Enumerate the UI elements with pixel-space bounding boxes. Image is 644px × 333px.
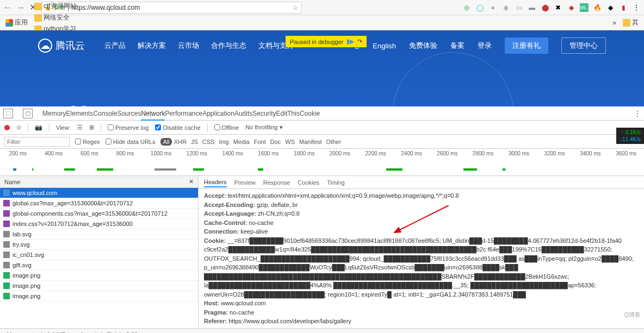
- other-bookmarks[interactable]: 其: [621, 17, 641, 28]
- menu-icon[interactable]: ⋮: [632, 3, 641, 12]
- site-nav-item[interactable]: 云市场: [178, 41, 199, 49]
- bookmark-item[interactable]: ctf资源网站: [32, 1, 91, 12]
- detail-tab-headers[interactable]: Headers: [204, 178, 227, 187]
- close-details-icon[interactable]: ✕: [189, 178, 194, 185]
- devtools-tab-performance[interactable]: Performance: [165, 108, 202, 120]
- ext-icon[interactable]: ✖: [554, 3, 562, 12]
- nav-english[interactable]: English: [373, 42, 396, 50]
- ext-icon[interactable]: 🔥: [593, 3, 602, 12]
- network-panel: Name✕ www.qcloud.comglobal.css?max_age=3…: [0, 176, 644, 328]
- devtools-tab-console[interactable]: Console: [93, 108, 117, 120]
- filter-type-other[interactable]: Other: [324, 138, 344, 146]
- speed-indicator: ↑ 0.1K/s↓11.4K/s: [616, 128, 644, 144]
- request-row[interactable]: ic_cn01.svg: [0, 250, 198, 260]
- request-row[interactable]: global.css?max_age=31536000&t=20170712: [0, 198, 198, 209]
- site-nav-item[interactable]: 解决方案: [138, 41, 166, 49]
- bookmark-item[interactable]: 网络安全: [32, 12, 91, 23]
- bookmarks-bar: 应用 src漏洞挖掘信息收集牛人博客一些常用网站ctf资源网站网络安全pytho…: [0, 15, 644, 30]
- request-row[interactable]: lab.svg: [0, 229, 198, 240]
- filter-type-css[interactable]: CSS: [200, 138, 217, 146]
- capture-icon[interactable]: 📷: [35, 124, 42, 131]
- timeline[interactable]: 200 ms400 ms600 ms800 ms1000 ms1200 ms14…: [0, 149, 644, 176]
- view-list-icon[interactable]: ☰: [77, 124, 83, 131]
- watermark: Q博客: [624, 311, 641, 319]
- regex-checkbox[interactable]: Regex: [75, 139, 100, 145]
- detail-tab-preview[interactable]: Preview: [234, 178, 256, 187]
- network-toolbar: ⊘ 📷 View: ☰ ⊞ Preserve log Disable cache…: [0, 121, 644, 135]
- filter-type-xhr[interactable]: XHR: [172, 138, 189, 146]
- site-logo[interactable]: ☁腾讯云: [38, 39, 85, 53]
- ext-icon[interactable]: ◆: [567, 3, 575, 12]
- resume-icon[interactable]: ▮▶: [346, 38, 354, 45]
- request-count: 44 requests: [5, 331, 36, 334]
- devtools-tab-audits[interactable]: Audits: [234, 108, 252, 120]
- throttling-select[interactable]: No throttling ▾: [245, 124, 282, 131]
- site-nav-item[interactable]: 合作与生态: [211, 41, 246, 49]
- filter-input[interactable]: [4, 137, 70, 147]
- device-icon[interactable]: ▢: [23, 109, 33, 118]
- status-bar: 44 requests| 1.1 MB transferred| Finish:…: [0, 328, 644, 333]
- request-row[interactable]: image.png: [0, 281, 198, 291]
- console-button[interactable]: 管理中心: [561, 37, 606, 54]
- nav-filing[interactable]: 备案: [450, 41, 465, 51]
- clear-button[interactable]: ⊘: [16, 124, 21, 131]
- filter-type-doc[interactable]: Doc: [268, 138, 283, 146]
- devtools-tab-application[interactable]: Application: [202, 108, 234, 120]
- record-button[interactable]: [4, 125, 10, 130]
- devtools-tab-elements[interactable]: Elements: [66, 108, 93, 120]
- register-button[interactable]: 注册有礼: [505, 37, 548, 54]
- ext-badge[interactable]: 99..: [580, 3, 589, 12]
- disable-cache-checkbox[interactable]: Disable cache: [155, 124, 200, 131]
- inspect-icon[interactable]: ⬚: [3, 109, 13, 118]
- filter-type-js[interactable]: JS: [189, 138, 200, 146]
- step-icon[interactable]: ↷: [357, 38, 362, 45]
- devtools-tab-security[interactable]: Security: [252, 108, 276, 120]
- nav-login[interactable]: 登录: [478, 41, 492, 51]
- view-grid-icon[interactable]: ⊞: [89, 124, 94, 131]
- ext-icon[interactable]: ◉: [501, 3, 510, 12]
- back-button[interactable]: ←: [3, 3, 12, 12]
- preserve-log-checkbox[interactable]: Preserve log: [108, 124, 149, 131]
- request-row[interactable]: image.png: [0, 271, 198, 281]
- bookmark-star-icon[interactable]: ☆: [292, 4, 298, 11]
- devtools-menu-icon[interactable]: ⋮: [634, 110, 641, 117]
- apps-button[interactable]: 应用: [3, 17, 30, 28]
- request-row[interactable]: global-components.css?max_age=31536000&t…: [0, 209, 198, 219]
- offline-checkbox[interactable]: Offline: [214, 124, 239, 131]
- devtools-tab-editthiscookie[interactable]: EditThisCookie: [276, 108, 320, 120]
- filter-type-ws[interactable]: WS: [283, 138, 297, 146]
- ext-icon[interactable]: ◯: [475, 3, 484, 12]
- filter-type-font[interactable]: Font: [252, 138, 268, 146]
- filter-type-media[interactable]: Media: [231, 138, 252, 146]
- devtools-tab-memory[interactable]: Memory: [42, 108, 66, 120]
- request-row[interactable]: try.svg: [0, 240, 198, 250]
- ublock-icon[interactable]: ◎: [462, 3, 471, 12]
- request-row[interactable]: gift.svg: [0, 260, 198, 271]
- devtools-tab-sources[interactable]: Sources: [117, 108, 141, 120]
- filter-type-manifest[interactable]: Manifest: [297, 138, 324, 146]
- ext-icon[interactable]: ▭: [515, 3, 523, 12]
- hide-data-urls-checkbox[interactable]: Hide data URLs: [106, 139, 156, 145]
- bookmark-overflow[interactable]: »: [610, 18, 618, 28]
- request-row[interactable]: index.css?v=20170712&max_age=31536000: [0, 219, 198, 229]
- detail-tab-cookies[interactable]: Cookies: [298, 178, 319, 187]
- request-row[interactable]: www.qcloud.com: [0, 188, 198, 198]
- ext-icon[interactable]: ●: [488, 3, 497, 12]
- forward-button[interactable]: →: [16, 3, 25, 12]
- devtools-tab-network[interactable]: Network: [141, 108, 165, 121]
- site-nav-item[interactable]: 云产品: [104, 41, 126, 49]
- transfer-size: 1.1 MB transferred: [47, 331, 96, 334]
- filter-type-all[interactable]: All: [160, 138, 171, 146]
- ext-icon[interactable]: ⬤: [541, 3, 549, 12]
- name-column[interactable]: Name: [4, 179, 20, 185]
- detail-tab-response[interactable]: Response: [263, 178, 290, 187]
- filter-type-img[interactable]: Img: [216, 138, 231, 146]
- ext-icon[interactable]: ▬: [528, 3, 536, 12]
- ext-icon[interactable]: ◆: [606, 3, 615, 12]
- request-list-pane: Name✕ www.qcloud.comglobal.css?max_age=3…: [0, 176, 199, 328]
- detail-tab-timing[interactable]: Timing: [327, 178, 345, 187]
- ext-icon[interactable]: ▮: [619, 3, 628, 12]
- nav-free[interactable]: 免费体验: [409, 41, 437, 51]
- request-row[interactable]: image.png: [0, 291, 198, 301]
- extension-icons: ◎ ◯ ● ◉ ▭ ▬ ⬤ ✖ ◆ 99.. 🔥 ◆ ▮ ⋮: [462, 3, 641, 12]
